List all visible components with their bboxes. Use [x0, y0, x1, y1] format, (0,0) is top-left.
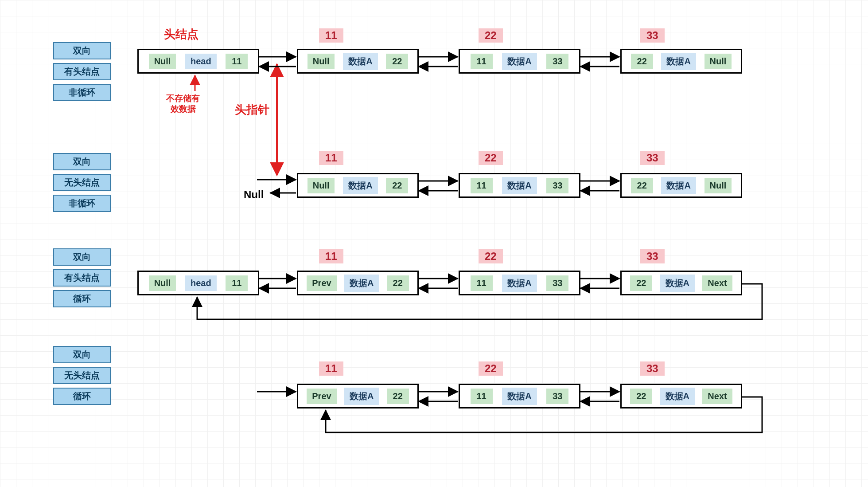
node-prev: Null	[307, 178, 335, 193]
node-next: 33	[546, 389, 568, 404]
list-node: 11 数据A 33	[459, 271, 580, 295]
head-node: Null head 11	[137, 49, 259, 74]
list-node: 11 数据A 33	[459, 173, 580, 198]
node-label: 33	[640, 249, 665, 263]
tag: 非循环	[53, 195, 111, 212]
head-data: head	[185, 54, 217, 69]
node-prev: 11	[471, 389, 493, 404]
list-node: Null 数据A 22	[297, 173, 419, 198]
head-next: 11	[226, 275, 248, 291]
node-next: 33	[546, 54, 568, 69]
tag: 有头结点	[53, 63, 111, 80]
node-next: 33	[546, 275, 568, 291]
list-node: 22 数据A Next	[620, 271, 742, 295]
head-data: head	[185, 275, 217, 291]
head-node-label: 头结点	[164, 27, 199, 42]
null-label: Null	[244, 189, 264, 201]
node-prev: 22	[631, 178, 653, 193]
tag: 非循环	[53, 84, 111, 101]
tag: 双向	[53, 248, 111, 266]
node-next: Next	[702, 275, 732, 291]
node-prev: 11	[471, 275, 493, 291]
node-next: Next	[702, 389, 732, 404]
list-node: 11 数据A 33	[459, 49, 580, 74]
node-prev: Prev	[307, 275, 336, 291]
list-node: Prev 数据A 22	[297, 384, 419, 408]
node-data: 数据A	[343, 177, 378, 194]
head-next: 11	[226, 54, 248, 69]
node-data: 数据A	[660, 388, 695, 405]
invalid-data-note: 不存储有 效数据	[166, 93, 200, 114]
list-node: 22 数据A Next	[620, 384, 742, 408]
node-next: 22	[387, 275, 409, 291]
node-prev: 22	[630, 275, 652, 291]
node-next: 22	[386, 178, 408, 193]
node-data: 数据A	[661, 53, 696, 70]
node-data: 数据A	[661, 177, 696, 194]
node-prev: 22	[631, 54, 653, 69]
node-data: 数据A	[502, 388, 537, 405]
node-prev: Null	[307, 54, 335, 69]
node-label: 33	[640, 361, 665, 376]
node-next: Null	[705, 54, 732, 69]
head-node: Null head 11	[137, 271, 259, 295]
node-prev: 11	[471, 178, 493, 193]
node-prev: 11	[471, 54, 493, 69]
node-next: 22	[387, 389, 409, 404]
node-data: 数据A	[344, 388, 379, 405]
node-label: 33	[640, 151, 665, 165]
node-next: 33	[546, 178, 568, 193]
tag: 双向	[53, 153, 111, 170]
node-label: 22	[479, 249, 503, 263]
tag: 循环	[53, 388, 111, 405]
node-label: 22	[479, 28, 503, 43]
node-next: 22	[386, 54, 408, 69]
node-next: Null	[705, 178, 732, 193]
tag: 无头结点	[53, 174, 111, 191]
node-data: 数据A	[502, 53, 537, 70]
node-label: 11	[319, 361, 343, 376]
node-prev: Prev	[307, 389, 336, 404]
node-data: 数据A	[344, 275, 379, 292]
tag: 有头结点	[53, 269, 111, 287]
node-data: 数据A	[343, 53, 378, 70]
list-node: 22 数据A Null	[620, 173, 742, 198]
node-data: 数据A	[502, 177, 537, 194]
list-node: 22 数据A Null	[620, 49, 742, 74]
tag: 双向	[53, 42, 111, 59]
tag: 双向	[53, 346, 111, 363]
node-label: 22	[479, 151, 503, 165]
node-label: 11	[319, 151, 343, 165]
node-label: 22	[479, 361, 503, 376]
node-label: 33	[640, 28, 665, 43]
head-pointer-label: 头指针	[235, 102, 269, 118]
list-node: Null 数据A 22	[297, 49, 419, 74]
tag: 无头结点	[53, 367, 111, 384]
node-data: 数据A	[660, 275, 695, 292]
node-label: 11	[319, 28, 343, 43]
list-node: Prev 数据A 22	[297, 271, 419, 295]
head-prev: Null	[149, 54, 176, 69]
node-data: 数据A	[502, 275, 537, 292]
node-prev: 22	[630, 389, 652, 404]
list-node: 11 数据A 33	[459, 384, 580, 408]
tag: 循环	[53, 290, 111, 307]
head-prev: Null	[149, 275, 176, 291]
node-label: 11	[319, 249, 343, 263]
